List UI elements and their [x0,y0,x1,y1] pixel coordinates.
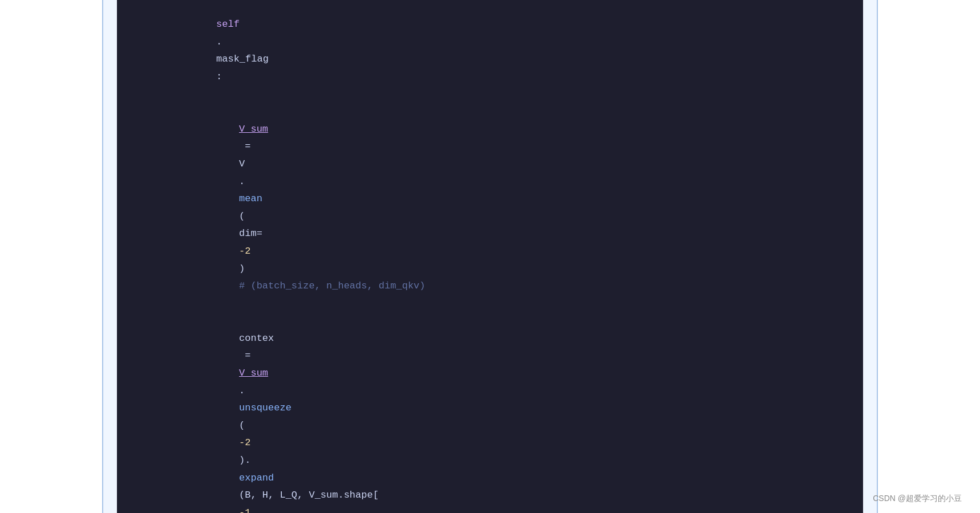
var-contex1: contex [239,333,274,344]
num-neg2-1: -2 [239,246,250,256]
method-expand: expand [239,473,274,483]
footer: CSDN @超爱学习的小豆 [873,494,962,504]
code-line-4: V_sum = V . mean ( dim= -2 ) # (batch_si… [135,103,845,312]
highlighted-panel: × def _get_initial_context ( self , V , … [102,0,878,513]
code-line-5: contex = V_sum . unsqueeze ( -2 ). expan… [135,312,845,513]
method-mean: mean [239,193,262,204]
var-v3: V [239,158,245,169]
comment-1: # (batch_size, n_heads, dim_qkv) [239,280,425,291]
num-neg2-2: -2 [239,437,250,448]
dark-code-block: def _get_initial_context ( self , V , L_… [117,0,863,513]
var-vsum2: V_sum [239,368,268,378]
outer-card: # get the context context = self._get_in… [79,0,901,513]
code-line-3: if not self . mask_flag : [135,0,845,103]
mask-flag: mask_flag [216,54,269,64]
method-unsqueeze: unsqueeze [239,402,291,413]
var-vsum: V_sum [239,124,268,135]
page-container: # get the context context = self._get_in… [0,0,980,513]
self-ref: self [216,19,240,30]
num-neg1: -1 [239,507,250,513]
